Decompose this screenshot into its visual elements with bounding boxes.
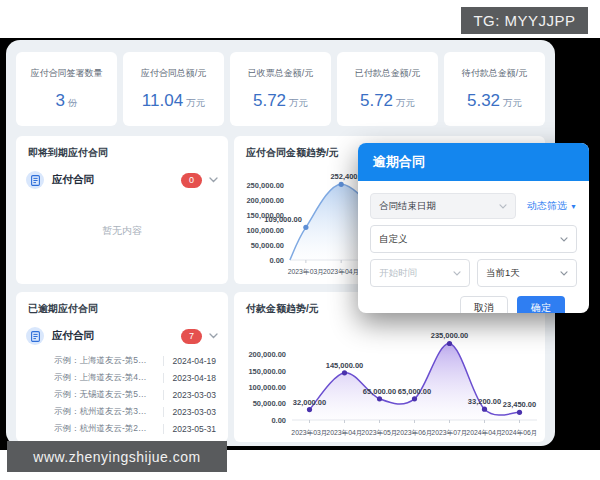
- tg-watermark-badge: TG: MYYJJPP: [461, 7, 588, 34]
- svg-text:33,200.00: 33,200.00: [468, 397, 501, 406]
- svg-text:2023年04月: 2023年04月: [326, 429, 362, 437]
- svg-text:0.00: 0.00: [271, 416, 286, 425]
- start-time-placeholder: 开始时间: [379, 267, 417, 280]
- contract-due-date: 2023-03-03: [163, 407, 216, 417]
- dialog-header: 逾期合同: [358, 143, 589, 181]
- contract-due-date: 2024-04-19: [163, 356, 216, 366]
- dialog-footer: 取消 确定: [382, 296, 565, 313]
- stat-value: 5.72万元: [253, 91, 308, 111]
- contract-end-date-value: 合同结束日期: [379, 200, 436, 213]
- stat-value: 5.32万元: [467, 91, 522, 111]
- svg-text:65,000.00: 65,000.00: [398, 387, 431, 396]
- stat-card: 应付合同签署数量3份: [16, 52, 117, 126]
- custom-range-value: 自定义: [379, 233, 408, 246]
- overdue-group-row[interactable]: 应付合同 7: [26, 323, 218, 349]
- stat-label: 应付合同总额/元: [141, 67, 207, 80]
- svg-text:100,000.00: 100,000.00: [248, 383, 286, 392]
- overdue-list-item[interactable]: 示例：上海道友云-第4份采...2023-04-18: [54, 369, 216, 386]
- contract-name: 示例：上海道友云-第4份采...: [54, 372, 154, 384]
- contract-due-date: 2023-05-31: [163, 424, 216, 434]
- dialog-body: 合同结束日期 动态筛选 ▼ 自定义 开始时间 当前1天: [358, 181, 589, 313]
- svg-text:100,000.00: 100,000.00: [246, 226, 284, 235]
- dynamic-filter-label: 动态筛选: [527, 199, 567, 213]
- svg-text:65,000.00: 65,000.00: [363, 387, 396, 396]
- svg-text:2023年04月: 2023年04月: [323, 268, 359, 276]
- svg-text:150,000.00: 150,000.00: [248, 367, 286, 376]
- contract-due-date: 2023-03-03: [163, 390, 216, 400]
- current-day-select[interactable]: 当前1天: [477, 259, 577, 287]
- svg-text:50,000.00: 50,000.00: [253, 399, 286, 408]
- stat-label: 已付款总金额/元: [355, 67, 421, 80]
- svg-text:200,000.00: 200,000.00: [246, 196, 284, 205]
- svg-text:2024年04月: 2024年04月: [466, 429, 502, 437]
- stat-card: 已收票总金额/元5.72万元: [230, 52, 331, 126]
- svg-text:2023年05月: 2023年05月: [361, 429, 397, 437]
- contract-name: 示例：杭州道友云-第2份采...: [54, 423, 154, 435]
- stat-card: 待付款总金额/元5.32万元: [444, 52, 545, 126]
- svg-text:235,000.00: 235,000.00: [431, 331, 469, 340]
- current-day-value: 当前1天: [486, 267, 520, 280]
- svg-text:200,000.00: 200,000.00: [248, 350, 286, 359]
- svg-text:2023年03月: 2023年03月: [291, 429, 327, 437]
- upcoming-count-badge: 0: [181, 173, 202, 188]
- contract-doc-icon: [26, 327, 44, 345]
- url-watermark-badge: www.zhenyingshijue.com: [7, 441, 227, 472]
- stat-value: 5.72万元: [360, 91, 415, 111]
- contract-name: 示例：无锡道友云-第5份采...: [54, 389, 154, 401]
- stat-label: 已收票总金额/元: [248, 67, 314, 80]
- stat-label: 待付款总金额/元: [462, 67, 528, 80]
- svg-text:109,000.00: 109,000.00: [264, 215, 302, 224]
- stat-label: 应付合同签署数量: [31, 67, 103, 80]
- overdue-list-item[interactable]: 示例：无锡道友云-第5份采...2023-03-03: [54, 386, 216, 403]
- svg-text:2024年06月: 2024年06月: [501, 429, 537, 437]
- confirm-button[interactable]: 确定: [517, 296, 565, 313]
- custom-range-select[interactable]: 自定义: [370, 225, 577, 253]
- contract-due-date: 2023-04-18: [163, 373, 216, 383]
- overdue-list-item[interactable]: 示例：上海道友云-第5份采...2024-04-19: [54, 352, 216, 369]
- svg-text:250,000.00: 250,000.00: [246, 181, 284, 190]
- svg-text:2023年06月: 2023年06月: [396, 429, 432, 437]
- empty-placeholder: 暂无内容: [16, 224, 228, 238]
- svg-text:2023年03月: 2023年03月: [288, 268, 324, 276]
- contract-end-date-select[interactable]: 合同结束日期: [370, 193, 516, 219]
- svg-text:23,450.00: 23,450.00: [503, 400, 536, 409]
- dynamic-filter-link[interactable]: 动态筛选 ▼: [527, 199, 577, 213]
- chevron-down-icon[interactable]: [209, 333, 218, 339]
- stat-card: 已付款总金额/元5.72万元: [337, 52, 438, 126]
- stat-value: 11.04万元: [142, 91, 205, 111]
- payment-trend-card: 付款金额趋势/元 0.0050,000.00100,000.00150,000.…: [234, 292, 545, 442]
- payment-trend-chart: 0.0050,000.00100,000.00150,000.00200,000…: [234, 320, 545, 442]
- contract-name: 示例：上海道友云-第5份采...: [54, 355, 154, 367]
- contract-name: 示例：杭州道友云-第3份采...: [54, 406, 154, 418]
- caret-down-icon: ▼: [570, 203, 577, 210]
- upcoming-group-row[interactable]: 应付合同 0: [26, 167, 218, 193]
- overdue-group-label: 应付合同: [52, 329, 94, 343]
- svg-text:145,000.00: 145,000.00: [326, 361, 364, 370]
- start-time-select[interactable]: 开始时间: [370, 259, 470, 287]
- overdue-list-item[interactable]: 示例：杭州道友云-第2份采...2023-05-31: [54, 421, 216, 438]
- cancel-button[interactable]: 取消: [460, 296, 508, 313]
- upcoming-group-label: 应付合同: [52, 173, 94, 187]
- stat-card: 应付合同总额/元11.04万元: [123, 52, 224, 126]
- svg-text:0.00: 0.00: [269, 256, 284, 265]
- svg-text:32,000.00: 32,000.00: [293, 398, 326, 407]
- overdue-contract-dialog: 逾期合同 合同结束日期 动态筛选 ▼ 自定义 开始时间 当前1天: [358, 143, 589, 313]
- overdue-contracts-card: 已逾期应付合同 应付合同 7 示例：上海道友云-第5份采...2024-04-1…: [16, 292, 228, 442]
- stat-value: 3份: [56, 91, 78, 111]
- chevron-down-icon[interactable]: [209, 177, 218, 183]
- overdue-count-badge: 7: [181, 329, 202, 344]
- upcoming-contracts-card: 即将到期应付合同 应付合同 0 暂无内容: [16, 136, 228, 284]
- contract-doc-icon: [26, 171, 44, 189]
- overdue-list-item[interactable]: 示例：杭州道友云-第3份采...2023-03-03: [54, 404, 216, 421]
- svg-text:50,000.00: 50,000.00: [251, 241, 284, 250]
- stats-row: 应付合同签署数量3份应付合同总额/元11.04万元已收票总金额/元5.72万元已…: [16, 52, 545, 126]
- svg-text:2023年07月: 2023年07月: [431, 429, 467, 437]
- upcoming-card-title: 即将到期应付合同: [16, 136, 228, 164]
- overdue-card-title: 已逾期应付合同: [16, 292, 228, 320]
- overdue-list: 示例：上海道友云-第5份采...2024-04-19示例：上海道友云-第4份采.…: [54, 352, 216, 438]
